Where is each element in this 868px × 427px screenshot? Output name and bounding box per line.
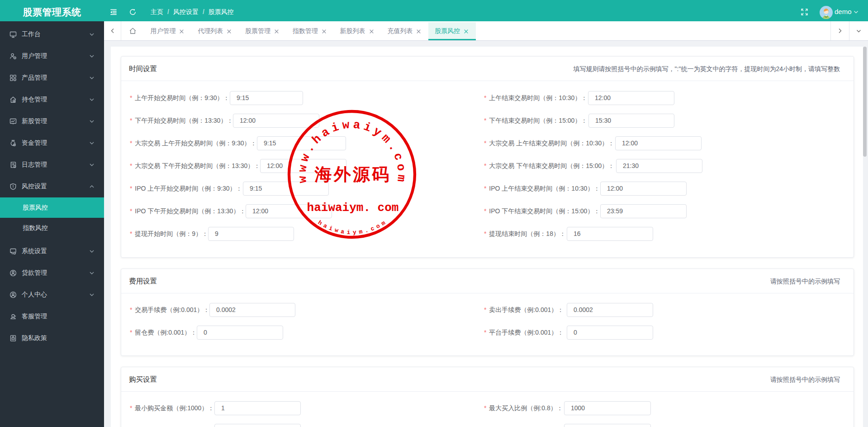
svg-text:海外源码: 海外源码 (314, 165, 391, 184)
svg-text:haiwaiym. com: haiwaiym. com (307, 201, 399, 215)
